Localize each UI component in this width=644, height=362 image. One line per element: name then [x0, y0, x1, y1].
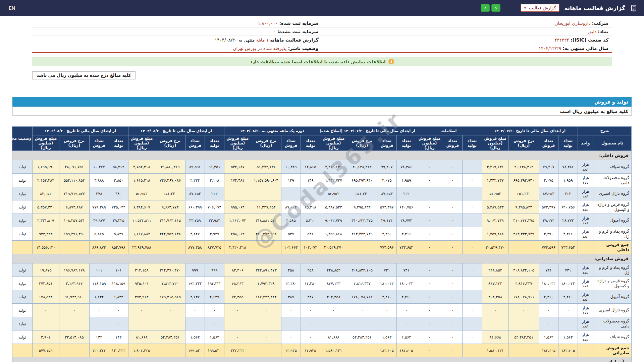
info-value: ۱ ماهه — [256, 37, 270, 43]
table-product-row: گروه پماد و کرم و ژلهزار عدد۳,۴۱۶۳,۲۹۰۴۱… — [12, 227, 631, 241]
table-header-cell: از ابتدای سال مالی تا تاریخ ۱۴۰۴/۰۷/۳۰ — [482, 127, 578, 135]
value-cell: ۷۹,۲۰۷ — [539, 160, 558, 174]
language-toggle-en[interactable]: EN — [9, 5, 15, 11]
table-total-row: جمع فروش صادراتی۱۸۴,۶۰۵۱۸۴,۶۰۵۱,۵۸۰,۱۲۱۰… — [12, 344, 631, 357]
value-cell: ۸۷۷,۲۵۸ — [185, 241, 205, 254]
value-cell: ۲۰,۵۲۹,۴۷۰ — [482, 241, 508, 254]
value-cell: ۱,۹۵۹ — [558, 174, 578, 187]
value-cell: ۰ — [443, 317, 462, 330]
value-cell: ۰ — [281, 317, 301, 330]
value-cell: ۰ — [462, 290, 482, 304]
value-cell: ۲۲۴,۲۲۴ — [224, 344, 251, 357]
value-cell: ۱,۵۶۲ — [539, 330, 558, 344]
value-cell: ۱,۶۱۵,۲۱۸ — [128, 174, 155, 187]
table-product-row: گروه محصولات دامیهزار عدد۰۰۰۰۰۰۰۰۰۰۰۰۰۰۰… — [12, 317, 631, 330]
table-header-cell: شرح — [578, 127, 632, 135]
value-cell: ۲,۲۶۰ — [558, 290, 578, 304]
value-cell: ۱,۵۶۲ — [185, 330, 205, 344]
value-cell — [509, 344, 539, 357]
value-cell — [155, 241, 185, 254]
table-total-row: جمع فروش داخلی۷۳۳,۶۵۲۷۷۴,۵۹۶۲۰,۵۲۹,۴۷۰۰۰… — [12, 241, 631, 254]
table-product-row: گروه قرص و دراژه و کپسولهزار عدد۱۸۰,۰۴۲۱… — [12, 277, 631, 290]
value-cell: ۰ — [32, 304, 59, 317]
table-header-cell: تعداد تولید — [462, 135, 482, 151]
product-status-cell: تولید — [12, 330, 32, 344]
value-cell: ۱,۳۵۹,۸۶۸ — [482, 227, 508, 241]
table-product-row: گروه شیافهزار عدد۱,۵۶۲۱,۵۶۲۵۲,۲۸۴,۲۵۱۸۱,… — [12, 330, 631, 344]
value-cell: ۴۲۲,۷۵۴,۶۳۸ — [155, 227, 185, 241]
next-report-button[interactable]: › — [491, 4, 500, 12]
value-cell: ۰ — [462, 317, 482, 330]
value-cell — [347, 241, 377, 254]
value-cell: ۰ — [539, 304, 558, 317]
value-cell: ۳۱۲,۴۷۰,۴۷۰ — [155, 263, 185, 277]
value-cell: ۰ — [558, 317, 578, 330]
value-cell: ۰ — [416, 160, 443, 174]
value-cell: ۰ — [251, 187, 281, 200]
value-cell: ۲,۲۲۴ — [185, 174, 205, 187]
report-type-dropdown[interactable]: گزارش فعالیت ▾ — [521, 4, 559, 12]
value-cell: ۳,۸۲۷ — [185, 227, 205, 241]
value-cell: ۱۴۲ — [89, 330, 109, 344]
value-cell: ۰ — [301, 317, 320, 330]
value-cell — [59, 344, 89, 357]
value-cell: ۰ — [416, 330, 443, 344]
table-header-cell: مبلغ فروش (میلیون ریال) — [482, 135, 508, 151]
table-header-cell: از ابتدای سال مالی تا تاریخ ۱۴۰۴/۰۸/۳۰ — [128, 127, 224, 135]
product-unit-cell: هزار عدد — [578, 277, 593, 290]
value-cell: ۹,۰۶۲,۷۳۹ — [482, 214, 508, 227]
value-cell: ۳,۲۹۰ — [377, 227, 396, 241]
value-cell: ۰ — [416, 304, 443, 317]
value-cell: ۰ — [482, 317, 508, 330]
value-cell: ۹,۳۹۵,۸۳۴ — [509, 200, 539, 214]
value-cell: ۴,۷۹۴,۳۲۸ — [251, 277, 281, 290]
value-cell: ۱۷۸,۵۳۲ — [32, 290, 59, 304]
info-label: سرمایه ثبت نشده: — [277, 29, 319, 34]
value-cell: ۳۸۰ — [109, 187, 128, 200]
value-cell: ۰ — [443, 187, 462, 200]
value-cell: ۱۱۸,۱۵۹ — [89, 277, 109, 290]
value-cell: ۸۷,۰۰۲ — [281, 200, 301, 214]
value-cell: ۵۶,۹۵۲ — [320, 187, 347, 200]
value-cell: ۷۷۴,۵۹۶ — [377, 241, 396, 254]
value-cell: ۲۲۸,۸۵۲ — [320, 263, 347, 277]
table-header-cell: تعداد فروش — [377, 135, 396, 151]
section-label-cell: فروش داخلی: — [12, 151, 631, 160]
amounts-note-box: کلیه مبالغ درج شده به میلیون ریال می باش… — [32, 71, 136, 79]
company-info-cell: سرمایه ثبت شده: ۱,۸۰۰,۰۰۰ — [32, 19, 322, 27]
value-cell: ۱۰۴,۰۷۳ — [301, 241, 320, 254]
company-info-table: شرکت: داروسازي ابوريحانسرمایه ثبت شده: ۱… — [32, 19, 612, 53]
value-cell: ۱۰,۵۲۴,۸۱۱ — [128, 214, 155, 227]
value-cell: ۰ — [462, 241, 482, 254]
value-cell: ۲۸,۷۷۳ — [396, 214, 416, 227]
value-cell: ۴,۸۱۴,۷۲۰ — [155, 277, 185, 290]
info-label: شرکت: — [592, 20, 608, 26]
product-status-cell: تولید — [12, 304, 32, 317]
value-cell: ۰ — [32, 317, 59, 330]
company-info-cell: گزارش فعالیت ماهانه ۱ ماهه منتهی به ۱۴۰۴… — [32, 36, 322, 44]
value-cell: ۶۸,۴۶۳ — [224, 277, 251, 290]
value-cell: ۳,۴۲۰,۳۱۸ — [224, 241, 251, 254]
table-header-cell: تعداد تولید — [558, 135, 578, 151]
value-cell: ۰ — [416, 200, 443, 214]
product-name-cell: گروه محصولات دامی — [593, 317, 632, 330]
value-cell: ۳۰۸,۸۴۲,۱۰۵ — [347, 263, 377, 277]
value-cell: ۶۶۰,۳۹۹ — [185, 200, 205, 214]
value-cell: ۵۵۴,۱۱۰,۸۵۴ — [59, 174, 89, 187]
value-cell: ۴,۳۳۱,۸۰۹ — [32, 214, 59, 227]
page-title: گزارش فعالیت ماهانه — [564, 5, 625, 11]
product-name-cell: گروه نازال اسپری — [593, 304, 632, 317]
value-cell: ۰ — [462, 214, 482, 227]
value-cell: ۱,۸۴۲ — [89, 290, 109, 304]
info-value: دابور — [587, 29, 598, 34]
value-cell: ۵,۲۱۰ — [301, 214, 320, 227]
value-cell: ۵۳۷ — [281, 227, 301, 241]
value-cell: ۵۷۳,۳۹۷ — [377, 200, 396, 214]
value-cell: ۰ — [416, 187, 443, 200]
value-cell: ۷۲,۴۵۵ — [224, 290, 251, 304]
value-cell: ۹۳۵,۶۰۶ — [128, 277, 155, 290]
value-cell: ۸۷,۴۵۳ — [539, 187, 558, 200]
units-note-bar: کلیه مبالغ به میلیون ریال است — [12, 107, 632, 116]
previous-report-button[interactable]: ‹ — [481, 4, 490, 12]
topbar: گزارش فعالیت ماهانه گزارش فعالیت ▾ › ‹ E… — [0, 0, 644, 16]
